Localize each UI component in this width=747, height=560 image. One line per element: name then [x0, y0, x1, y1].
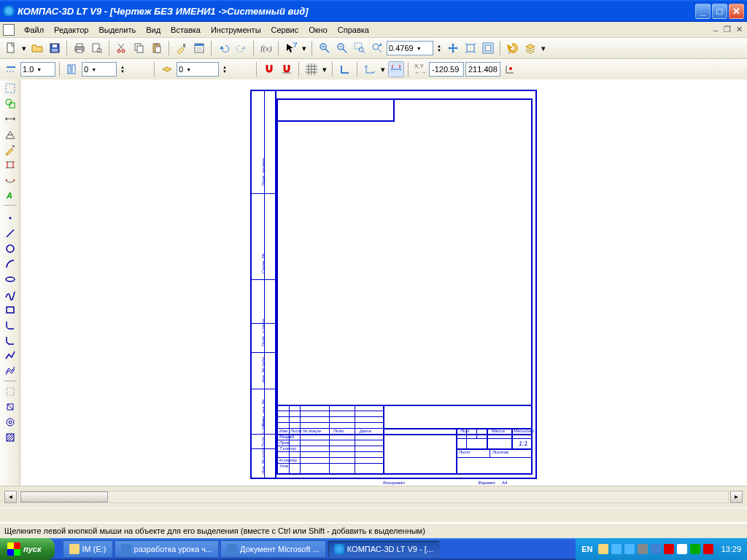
ortho-button[interactable] [337, 61, 353, 77]
menu-insert[interactable]: Вставка [166, 24, 206, 36]
step-button[interactable] [64, 61, 80, 77]
menu-service[interactable]: Сервис [266, 24, 304, 36]
layer-button[interactable] [159, 61, 175, 77]
zoom-combo[interactable]: 0.4769▼ [387, 41, 433, 55]
notation-tool[interactable] [2, 127, 18, 141]
zoomall-button[interactable] [480, 40, 496, 56]
copy-button[interactable] [131, 40, 147, 56]
coord-x-input[interactable] [429, 62, 464, 77]
step-combo[interactable]: 0▼ [82, 62, 117, 77]
snap-button[interactable] [261, 61, 277, 77]
tray-icon-5[interactable] [651, 544, 661, 554]
linestyle-button[interactable] [3, 61, 19, 77]
taskbar-item-2[interactable]: Документ Microsoft ... [220, 540, 326, 558]
document-icon[interactable] [3, 24, 15, 36]
dimension-tool[interactable] [2, 112, 18, 126]
multiline-tool[interactable] [2, 364, 18, 378]
line-tool[interactable] [2, 226, 18, 241]
rect-tool[interactable] [2, 303, 18, 317]
help-dropdown[interactable]: ▾ [301, 40, 308, 56]
fillet-tool[interactable] [2, 318, 18, 332]
new-dropdown[interactable]: ▾ [20, 40, 28, 56]
step-stepper[interactable]: ▲▼ [118, 61, 127, 77]
mdi-restore[interactable]: ❐ [722, 25, 732, 35]
coord-confirm[interactable] [502, 61, 518, 77]
zoomout-button[interactable] [334, 40, 350, 56]
arc-tool[interactable] [2, 257, 18, 271]
coord-y-input[interactable] [465, 62, 500, 77]
menu-tools[interactable]: Инструменты [206, 24, 266, 36]
polyline-tool[interactable] [2, 349, 18, 363]
cut-button[interactable] [114, 40, 130, 56]
layer-stepper[interactable]: ▲▼ [220, 61, 229, 77]
zoomfit-button[interactable] [462, 40, 479, 56]
start-button[interactable]: пуск [0, 538, 55, 560]
zoomwin-button[interactable] [352, 40, 368, 56]
menu-help[interactable]: Справка [333, 24, 374, 36]
tray-icon-3[interactable] [624, 544, 635, 554]
zoom-stepper[interactable]: ▲▼ [435, 40, 444, 56]
menu-view[interactable]: Вид [141, 24, 166, 36]
properties-button[interactable] [191, 40, 207, 56]
help-cursor-button[interactable]: ? [283, 40, 299, 56]
chamfer-tool[interactable] [2, 333, 18, 348]
linewidth-combo[interactable]: 1.0▼ [20, 62, 55, 77]
save-button[interactable] [47, 40, 63, 56]
print-button[interactable] [71, 40, 88, 56]
spec-tool[interactable]: А [2, 188, 18, 203]
mdi-minimize[interactable]: – [711, 25, 721, 35]
hscroll-left[interactable]: ◄ [4, 491, 17, 503]
param-button[interactable] [388, 61, 404, 77]
contour-tool[interactable] [2, 400, 18, 414]
zoomin-button[interactable] [317, 40, 333, 56]
taskbar-item-0[interactable]: IM (E:) [63, 540, 113, 558]
grid-button[interactable] [303, 61, 320, 77]
layers-dropdown[interactable]: ▾ [540, 40, 547, 56]
new-button[interactable] [3, 40, 19, 56]
phantom-tool[interactable] [2, 384, 18, 399]
magnet-button[interactable] [279, 61, 295, 77]
taskbar-item-3[interactable]: КОМПАС-3D LT V9 - [... [328, 540, 440, 558]
preview-button[interactable] [89, 40, 105, 56]
undo-button[interactable] [216, 40, 232, 56]
circle-tool[interactable] [2, 241, 18, 256]
menu-editor[interactable]: Редактор [49, 24, 93, 36]
localcs-button[interactable] [362, 61, 378, 77]
menu-file[interactable]: Файл [19, 24, 49, 36]
localcs-dropdown[interactable]: ▾ [379, 61, 387, 77]
tray-icon-2[interactable] [611, 544, 622, 554]
spline-tool[interactable] [2, 287, 18, 302]
redo-button[interactable] [233, 40, 249, 56]
menu-window[interactable]: Окно [303, 24, 333, 36]
tray-icon-4[interactable] [638, 544, 648, 554]
tray-icon-7[interactable] [677, 544, 687, 554]
select-rect-tool[interactable] [2, 81, 18, 96]
clock[interactable]: 13:29 [721, 545, 741, 553]
copyprops-button[interactable] [174, 40, 190, 56]
hatch-tool[interactable] [2, 430, 18, 445]
maximize-button[interactable]: □ [712, 4, 727, 19]
tray-icon-8[interactable] [690, 544, 700, 554]
layers-button[interactable] [522, 40, 538, 56]
zoomdyn-button[interactable] [369, 40, 385, 56]
pan-button[interactable] [445, 40, 461, 56]
equidist-tool[interactable] [2, 415, 18, 429]
taskbar-item-1[interactable]: разработка урока ч... [115, 540, 220, 558]
fx-button[interactable]: f(x) [258, 40, 274, 56]
ellipse-tool[interactable] [2, 272, 18, 287]
paste-button[interactable] [149, 40, 165, 56]
minimize-button[interactable]: _ [695, 4, 711, 19]
param-tool[interactable] [2, 158, 18, 172]
menu-select[interactable]: Выделить [93, 24, 141, 36]
hscrollbar[interactable] [18, 491, 729, 503]
measure-tool[interactable] [2, 173, 18, 187]
tray-icon-6[interactable] [664, 544, 674, 554]
close-button[interactable]: ✕ [729, 4, 744, 19]
tray-icon-9[interactable] [703, 544, 713, 554]
layer-combo[interactable]: 0▼ [177, 62, 219, 77]
tray-icon-1[interactable] [598, 544, 608, 554]
edit-tool[interactable] [2, 142, 18, 157]
hscroll-right[interactable]: ► [730, 491, 743, 503]
geometry-tool[interactable] [2, 96, 18, 111]
point-tool[interactable] [2, 211, 18, 225]
